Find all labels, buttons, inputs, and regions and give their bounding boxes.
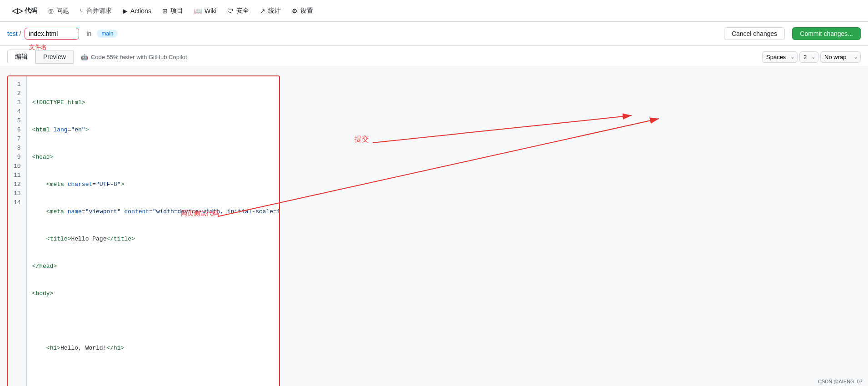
nav-code-label: 代码 xyxy=(25,7,37,15)
copilot-icon: 🤖 xyxy=(81,54,88,60)
annotation-wangye: 网页测试代码 xyxy=(181,210,219,218)
nav-issues-label: 问题 xyxy=(56,7,69,15)
spaces-select-wrap: Spaces xyxy=(762,51,798,63)
nav-issues[interactable]: ◎ 问题 xyxy=(44,4,74,18)
commit-button[interactable]: Commit changes... xyxy=(792,27,861,40)
main-content: 1 2 3 4 5 6 7 8 9 10 11 12 13 14 <!DOCTY… xyxy=(0,75,868,386)
code-line-5: <meta name="viewport" content="width=dev… xyxy=(32,207,274,216)
nav-projects[interactable]: ⊞ 项目 xyxy=(158,4,188,18)
footer: CSDN @AIENG_07 xyxy=(813,377,868,386)
insights-icon: ↗ xyxy=(260,7,265,15)
breadcrumb-separator: / xyxy=(20,30,21,37)
issues-icon: ◎ xyxy=(48,7,54,15)
branch-badge[interactable]: main xyxy=(97,30,118,38)
nav-security-label: 安全 xyxy=(236,7,249,15)
nav-settings-label: 设置 xyxy=(300,7,313,15)
file-header: test / 文件名 in main Cancel changes Commit… xyxy=(0,22,868,46)
wrap-select[interactable]: No wrap Soft wrap xyxy=(820,51,861,63)
svg-line-1 xyxy=(218,119,659,216)
copilot-badge: 🤖 Code 55% faster with GitHub Copilot xyxy=(81,54,187,60)
breadcrumb: test / xyxy=(7,30,21,37)
wrap-select-wrap: No wrap Soft wrap xyxy=(820,51,861,63)
svg-line-2 xyxy=(373,115,632,143)
copilot-text: Code 55% faster with GitHub Copilot xyxy=(91,54,187,60)
line-numbers: 1 2 3 4 5 6 7 8 9 10 11 12 13 14 xyxy=(8,76,27,386)
pullrequest-icon: ⑂ xyxy=(80,7,84,15)
nav-projects-label: 项目 xyxy=(170,7,183,15)
nav-wiki-label: Wiki xyxy=(205,7,216,15)
tab-preview[interactable]: Preview xyxy=(35,50,74,64)
nav-pullrequests[interactable]: ⑂ 合并请求 xyxy=(75,4,116,18)
nav-pr-label: 合并请求 xyxy=(86,7,112,15)
settings-icon: ⚙ xyxy=(292,7,298,15)
nav-code[interactable]: ◁▷ 代码 xyxy=(7,4,42,18)
wiki-icon: 📖 xyxy=(194,7,202,15)
annotation-tiji: 提交 xyxy=(354,135,369,144)
nav-insights[interactable]: ↗ 统计 xyxy=(255,4,285,18)
nav-settings[interactable]: ⚙ 设置 xyxy=(287,4,318,18)
actions-icon: ▶ xyxy=(123,7,128,15)
nav-wiki[interactable]: 📖 Wiki xyxy=(190,5,221,17)
code-line-8: <body> xyxy=(32,289,274,298)
spaces-select[interactable]: Spaces xyxy=(762,51,798,63)
indent-select-wrap: 2 4 xyxy=(799,51,818,63)
code-line-7: </head> xyxy=(32,262,274,271)
code-arrows-icon: ◁▷ xyxy=(12,6,23,15)
code-line-4: <meta charset="UTF-8"> xyxy=(32,180,274,189)
code-line-6: <title>Hello Page</title> xyxy=(32,235,274,244)
security-icon: 🛡 xyxy=(227,7,234,15)
footer-text: CSDN @AIENG_07 xyxy=(818,379,863,384)
repo-link[interactable]: test xyxy=(7,30,18,37)
nav-actions[interactable]: ▶ Actions xyxy=(118,5,156,17)
tab-edit[interactable]: 编辑 xyxy=(7,50,35,64)
top-nav: ◁▷ 代码 ◎ 问题 ⑂ 合并请求 ▶ Actions ⊞ 项目 📖 Wiki … xyxy=(0,0,868,22)
nav-security[interactable]: 🛡 安全 xyxy=(223,4,254,18)
code-line-10: <h1>Hello, World!</h1> xyxy=(32,344,274,353)
nav-actions-label: Actions xyxy=(130,7,151,15)
code-editor[interactable]: 1 2 3 4 5 6 7 8 9 10 11 12 13 14 <!DOCTY… xyxy=(7,75,280,386)
cancel-button[interactable]: Cancel changes xyxy=(724,27,785,40)
code-line-11 xyxy=(32,371,274,380)
code-line-9 xyxy=(32,316,274,326)
indent-select[interactable]: 2 4 xyxy=(799,51,818,63)
code-content[interactable]: <!DOCTYPE html> <html lang="en"> <head> … xyxy=(27,76,279,386)
projects-icon: ⊞ xyxy=(162,7,168,15)
in-label: in xyxy=(86,30,91,37)
code-line-1: <!DOCTYPE html> xyxy=(32,98,274,107)
nav-insights-label: 统计 xyxy=(268,7,281,15)
code-line-3: <head> xyxy=(32,153,274,162)
editor-toolbar: 编辑 Preview 🤖 Code 55% faster with GitHub… xyxy=(0,46,868,68)
code-line-2: <html lang="en"> xyxy=(32,125,274,135)
filename-input[interactable] xyxy=(25,28,79,40)
filename-annotation: 文件名 xyxy=(29,43,47,51)
